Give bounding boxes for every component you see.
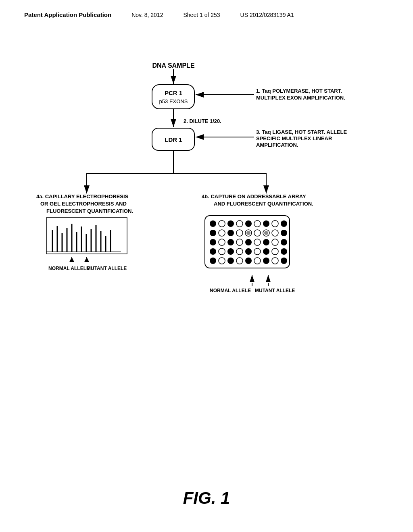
header-date: Nov. 8, 2012 [131,12,163,18]
dot-r4c3 [227,248,234,255]
patent-application-title: Patent Application Publication [24,11,111,18]
dot-r3c7 [263,239,269,245]
header-sheet: Sheet 1 of 253 [183,12,220,18]
dot-r2c6 [254,230,261,236]
step4b-line2: AND FLUORESCENT QUANTIFICATION. [214,201,313,207]
dot-r2c4 [236,230,243,236]
dot-r5c7 [263,258,269,264]
dot-r2c3 [227,230,234,236]
pcr1-box [152,85,194,109]
dot-r4c4 [236,248,243,255]
dot-r1c4 [236,220,243,227]
dot-r4c7 [263,248,269,255]
page: Patent Application Publication Nov. 8, 2… [0,0,413,532]
dot-r4c8 [272,248,278,255]
dna-sample-label: DNA SAMPLE [152,62,195,69]
dot-r3c1 [210,239,216,245]
dot-r2c8 [272,230,278,236]
normal-allele-left-label: NORMAL ALLELE [48,266,90,271]
dot-r3c3 [227,239,234,245]
dot-r4c5 [245,248,252,255]
dot-r5c3 [227,258,234,264]
step4a-line1: 4a. CAPILLARY ELECTROPHORESIS [36,193,129,200]
step3c-text: AMPLIFICATION. [256,142,298,148]
dot-r5c2 [219,258,225,264]
dot-r2c5-inner [246,231,250,235]
dot-r2c7-inner [264,231,268,235]
dot-r1c7 [263,220,269,227]
arrow-normal-right-head [250,275,254,282]
arrow-mutant-right-head [266,275,271,282]
dot-r2c9 [281,230,287,236]
dot-r1c6 [254,220,261,227]
step4a-line3: FLUORESCENT QUANTIFICATION. [46,208,133,214]
dot-r5c6 [254,258,261,264]
dot-r3c6 [254,239,261,245]
dot-r2c2 [219,230,225,236]
step3b-text: SPECIFIC MULTIPLEX LINEAR [256,135,332,141]
arrow-normal-left-head [69,257,74,262]
dot-r5c8 [272,258,278,264]
dot-r1c9 [281,220,287,227]
normal-allele-right-label: NORMAL ALLELE [210,288,251,293]
step3-text: 3. Taq LIGASE, HOT START. ALLELE [256,129,347,135]
dot-r4c6 [254,248,261,255]
dot-r3c9 [281,239,287,245]
step4a-line2: OR GEL ELECTROPHORESIS AND [40,201,127,207]
dot-r3c4 [236,239,243,245]
arrow-mutant-left-head [84,257,89,262]
dot-r5c4 [236,258,243,264]
mutant-allele-right-label: MUTANT ALLELE [255,288,295,293]
header-patent-number: US 2012/0283139 A1 [240,12,294,18]
figure-diagram: DNA SAMPLE PCR 1 p53 EXONS 1. Taq POLYME… [24,56,387,351]
dot-r1c3 [227,220,234,227]
step1-text: 1. Taq POLYMERASE, HOT START. [256,88,342,94]
step1b-text: MULTIPLEX EXON AMPLIFICATION. [256,95,345,101]
pcr1-sublabel: p53 EXONS [159,98,188,104]
dot-r4c9 [281,248,287,255]
ldr1-label: LDR 1 [165,136,182,143]
dot-r1c1 [210,220,216,227]
dot-r3c8 [272,239,278,245]
step2-text: 2. DILUTE 1/20. [184,118,221,124]
dot-r2c1 [210,230,216,236]
dot-r4c2 [219,248,225,255]
dot-r5c9 [281,258,287,264]
pcr1-label: PCR 1 [165,89,182,96]
mutant-allele-left-label: MUTANT ALLELE [87,266,127,271]
diagram-area: DNA SAMPLE PCR 1 p53 EXONS 1. Taq POLYME… [24,56,387,351]
dot-r1c2 [219,220,225,227]
dot-r1c8 [272,220,278,227]
dot-r3c5 [245,239,252,245]
dot-r5c5 [245,258,252,264]
step4b-line1: 4b. CAPTURE ON ADDRESSABLE ARRAY [202,193,306,200]
header: Patent Application Publication Nov. 8, 2… [0,0,413,18]
dot-r5c1 [210,258,216,264]
dot-r3c2 [219,239,225,245]
dot-r1c5 [245,220,252,227]
dot-r4c1 [210,248,216,255]
figure-label: FIG. 1 [0,488,413,508]
